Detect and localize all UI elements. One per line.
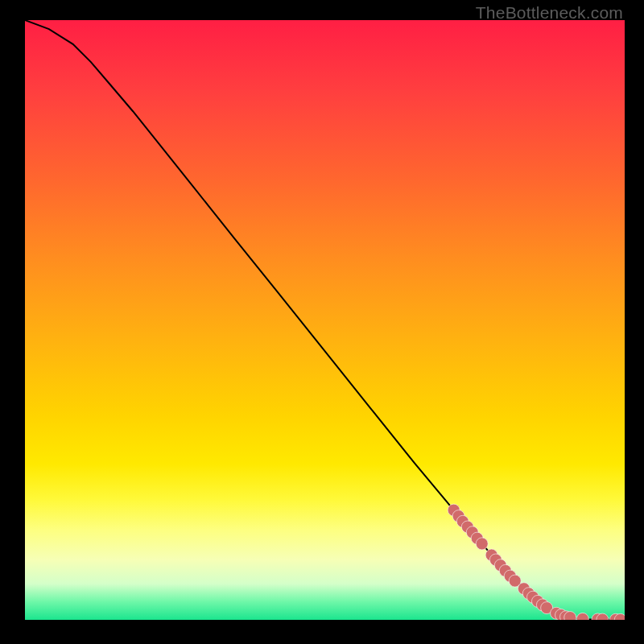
plot-area xyxy=(25,20,625,620)
data-marker xyxy=(576,613,588,620)
data-markers-group xyxy=(448,504,625,620)
chart-frame: TheBottleneck.com xyxy=(0,0,644,644)
watermark-text: TheBottleneck.com xyxy=(476,3,623,23)
data-marker xyxy=(476,538,488,550)
bottleneck-curve xyxy=(25,20,625,620)
chart-svg xyxy=(25,20,625,620)
